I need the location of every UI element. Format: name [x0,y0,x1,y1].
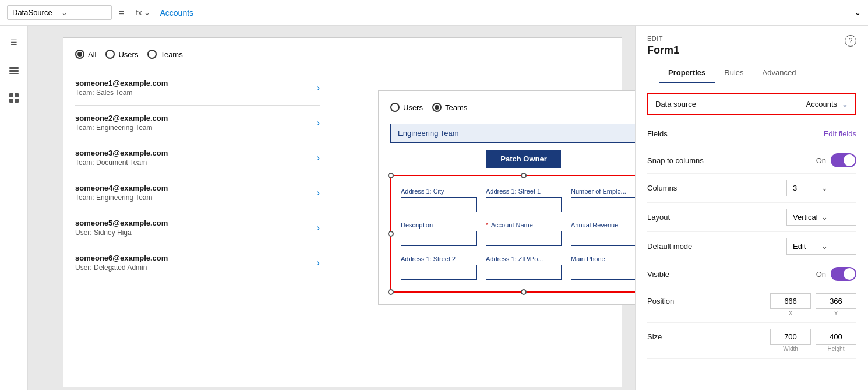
columns-dropdown[interactable]: 3 ⌄ [786,180,856,196]
list-item[interactable]: someone2@example.com Team: Engineering T… [75,106,320,140]
svg-rect-2 [9,73,19,74]
panel-tabs: Properties Rules Advanced [647,64,856,83]
inner-panel: Users Teams Engineering Team ▼ Patch Ow [378,90,635,305]
address-zip-input[interactable] [486,265,562,280]
datasource-row-label: Data source [655,100,806,108]
formula-expand-icon[interactable]: ⌄ [849,8,861,17]
top-bar: DataSource ⌄ = fx ⌄ ⌄ [0,0,868,26]
list-item-chevron-icon: › [317,83,320,93]
tab-properties[interactable]: Properties [659,64,715,83]
form-field-description: Description [401,222,477,246]
position-row: Position X Y [647,287,856,323]
edit-fields-link[interactable]: Edit fields [824,129,856,138]
form-field-address-zip: Address 1: ZIP/Po... [486,255,562,280]
position-x-input[interactable] [770,293,811,309]
list-section: someone1@example.com Team: Sales Team › … [75,71,320,280]
snap-to-columns-toggle[interactable] [831,153,856,167]
help-icon[interactable]: ? [845,35,856,47]
setting-visible: Visible On [647,261,856,287]
formula-input[interactable] [160,8,845,17]
svg-rect-4 [15,93,19,97]
fx-label: fx [136,8,142,17]
resize-handle-topleft[interactable] [388,173,394,178]
fx-button[interactable]: fx ⌄ [131,8,155,17]
team-dropdown[interactable]: Engineering Team ▼ [390,124,635,143]
datasource-value-text: Accounts [806,100,837,108]
list-item-chevron-icon: › [317,223,320,233]
radio-users-label: Users [118,50,138,59]
resize-handle-bottommid[interactable] [521,289,527,295]
list-item[interactable]: someone6@example.com User: Delegated Adm… [75,245,320,280]
radio-group-inner: Users Teams [390,103,635,112]
position-y-input[interactable] [816,293,856,309]
main-phone-input[interactable] [571,265,635,280]
fx-chevron-icon: ⌄ [144,8,150,17]
datasource-value[interactable]: Accounts ⌄ [806,100,848,108]
size-width-field: Width [770,329,811,352]
num-employees-input[interactable] [571,197,635,212]
equals-symbol: = [117,8,126,18]
form-field-account-name: * Account Name [486,222,562,246]
resize-handle-bottomleft[interactable] [388,289,394,295]
hamburger-icon[interactable]: ☰ [5,33,23,51]
layout-dropdown[interactable]: Vertical ⌄ [786,209,856,226]
annual-revenue-input[interactable] [571,231,635,246]
svg-rect-0 [9,67,19,69]
account-name-input[interactable] [486,231,562,246]
form-grid: Address 1: City Address 1: Street 1 Numb… [401,188,635,280]
setting-snap-to-columns: Snap to columns On [647,147,856,174]
description-input[interactable] [401,231,477,246]
address-street2-input[interactable] [401,265,477,280]
tab-rules[interactable]: Rules [715,64,753,83]
panel-body: Data source Accounts ⌄ Fields Edit field… [636,83,868,368]
resize-handle-topmid[interactable] [521,173,527,178]
columns-dropdown-arrow-icon: ⌄ [821,184,850,192]
inner-radio-users[interactable]: Users [390,103,423,112]
size-height-field: Height [816,329,856,352]
canvas-panel: All Users Teams someone1@example.com Tea… [63,37,622,387]
address-city-input[interactable] [401,197,477,212]
patch-owner-button[interactable]: Patch Owner [486,150,560,168]
canvas-area: All Users Teams someone1@example.com Tea… [28,26,635,390]
position-y-field: Y [816,293,856,317]
position-x-field: X [770,293,811,317]
radio-all-label: All [88,50,96,59]
radio-group-main: All Users Teams [75,50,610,59]
form-title: Form1 [647,44,679,57]
sidebar-icons: ☰ [0,26,28,390]
list-item[interactable]: someone3@example.com Team: Document Team… [75,140,320,175]
list-item-chevron-icon: › [317,188,320,198]
radio-teams[interactable]: Teams [147,50,182,59]
radio-users[interactable]: Users [105,50,138,59]
list-item-chevron-icon: › [317,153,320,163]
resize-handle-midleft[interactable] [388,231,394,237]
inner-radio-teams[interactable]: Teams [432,103,467,112]
default-mode-dropdown-arrow-icon: ⌄ [821,242,850,251]
form-grid-container[interactable]: Address 1: City Address 1: Street 1 Numb… [390,175,635,293]
datasource-dropdown[interactable]: DataSource ⌄ [7,5,112,20]
address-street1-input[interactable] [486,197,562,212]
list-item-chevron-icon: › [317,118,320,128]
team-dropdown-value: Engineering Team [398,129,459,138]
datasource-label: DataSource [12,8,58,17]
visible-toggle[interactable] [831,267,856,281]
grid-icon[interactable] [5,89,23,107]
setting-layout: Layout Vertical ⌄ [647,203,856,232]
fields-row: Fields Edit fields [647,125,856,143]
inner-radio-teams-label: Teams [445,103,467,112]
right-panel: EDIT Form1 ? Properties Rules Advanced D… [635,26,868,390]
radio-all[interactable]: All [75,50,96,59]
layout-dropdown-arrow-icon: ⌄ [821,213,850,222]
list-item[interactable]: someone5@example.com User: Sidney Higa › [75,210,320,245]
list-item[interactable]: someone4@example.com Team: Engineering T… [75,175,320,210]
form-field-annual-revenue: Annual Revenue [571,222,635,246]
size-width-input[interactable] [770,329,811,345]
tab-advanced[interactable]: Advanced [753,64,806,83]
datasource-row: Data source Accounts ⌄ [647,93,856,115]
size-height-input[interactable] [816,329,856,345]
main-layout: ☰ [0,26,868,390]
list-item[interactable]: someone1@example.com Team: Sales Team › [75,71,320,106]
layers-icon[interactable] [5,61,23,79]
form-field-address-street1: Address 1: Street 1 [486,188,562,212]
default-mode-dropdown[interactable]: Edit ⌄ [786,238,856,255]
